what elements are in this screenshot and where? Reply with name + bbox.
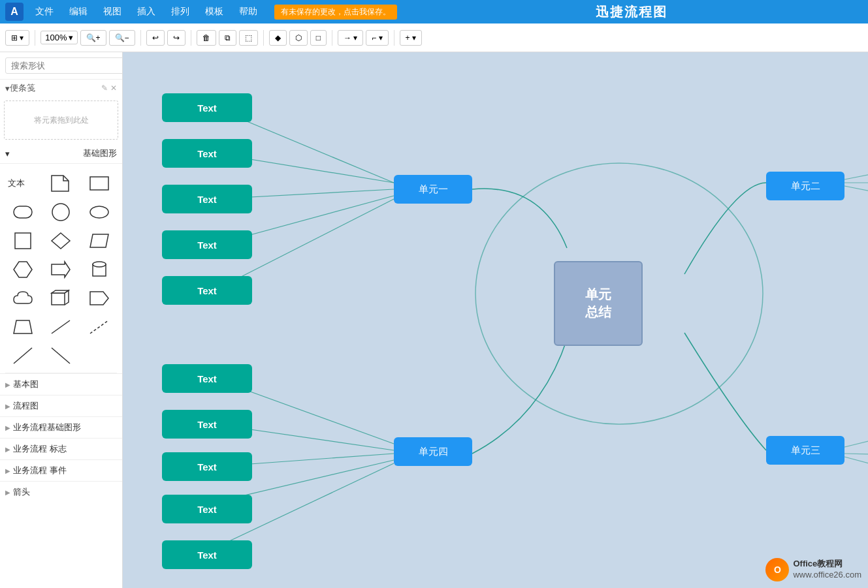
- text-node-4[interactable]: Text: [162, 230, 252, 259]
- menu-file[interactable]: 文件: [29, 3, 60, 20]
- sidebar: 🔍 ▾ 便条笺 ✎ ✕ 将元素拖到此处 ▾ 基础图形 文本: [0, 52, 123, 588]
- shape-page[interactable]: [43, 170, 78, 196]
- main-area: 🔍 ▾ 便条笺 ✎ ✕ 将元素拖到此处 ▾ 基础图形 文本: [0, 52, 868, 588]
- shape-diagonal-line-2[interactable]: [43, 343, 78, 369]
- shape-dashed-line[interactable]: [82, 314, 117, 340]
- svg-line-16: [52, 320, 70, 333]
- menu-edit[interactable]: 编辑: [63, 3, 94, 20]
- watermark-line1: Office教程网: [793, 559, 861, 570]
- shape-rectangle[interactable]: [82, 170, 117, 196]
- shape-line[interactable]: [43, 314, 78, 340]
- copy-button-1[interactable]: ⧉: [219, 30, 236, 46]
- svg-line-33: [844, 186, 868, 215]
- text-node-6[interactable]: Text: [162, 364, 252, 393]
- toolbar-separator-6: [394, 30, 394, 46]
- text-node-1[interactable]: Text: [162, 93, 252, 122]
- menu-help[interactable]: 帮助: [233, 3, 264, 20]
- toolbar-separator-4: [263, 30, 264, 46]
- svg-marker-8: [14, 262, 32, 277]
- nav-biz-basic[interactable]: ▶ 业务流程基础图形: [0, 416, 122, 438]
- text-node-2[interactable]: Text: [162, 139, 252, 168]
- toolbar-separator-5: [332, 30, 332, 46]
- toolbar-separator-3: [191, 30, 191, 46]
- search-input[interactable]: [5, 57, 123, 74]
- shape-pentagon[interactable]: [82, 285, 117, 311]
- undo-button[interactable]: ↩: [146, 30, 165, 46]
- fill-button[interactable]: ◆: [269, 30, 287, 46]
- svg-rect-12: [52, 293, 65, 305]
- shape-rounded-rect[interactable]: [5, 199, 40, 225]
- diagram-canvas[interactable]: Text Text Text Text Text Text Text Text …: [123, 52, 868, 588]
- text-node-5[interactable]: Text: [162, 276, 252, 305]
- svg-point-3: [52, 204, 69, 221]
- unit-3-node[interactable]: 单元三: [766, 436, 844, 465]
- shape-diagonal-line[interactable]: [5, 343, 40, 369]
- menu-arrange[interactable]: 排列: [165, 3, 196, 20]
- shape-cloud[interactable]: [5, 285, 40, 311]
- shape-trapezoid[interactable]: [5, 314, 40, 340]
- nav-flowchart[interactable]: ▶ 流程图: [0, 395, 122, 416]
- text-node-9[interactable]: Text: [162, 495, 252, 523]
- menu-insert[interactable]: 插入: [131, 3, 162, 20]
- sticky-edit-icon: ✎: [101, 84, 108, 93]
- shape-text[interactable]: 文本: [5, 170, 40, 196]
- nav-arrow-icon-4: ▶: [5, 446, 10, 453]
- shape-section: 文本: [0, 164, 122, 373]
- nav-flowchart-label: 流程图: [13, 400, 39, 412]
- text-node-10[interactable]: Text: [162, 540, 252, 569]
- text-node-7[interactable]: Text: [162, 410, 252, 439]
- add-button[interactable]: + ▾: [400, 30, 422, 46]
- redo-button[interactable]: ↪: [167, 30, 185, 46]
- sticky-close-icon[interactable]: ✕: [110, 84, 117, 93]
- nav-biz-event[interactable]: ▶ 业务流程 事件: [0, 459, 122, 481]
- delete-button[interactable]: 🗑: [197, 30, 216, 46]
- zoom-display: 100%▾: [40, 31, 77, 44]
- unsaved-badge[interactable]: 有未保存的更改，点击我保存。: [274, 5, 397, 20]
- shape-arrow-right[interactable]: [43, 256, 78, 283]
- svg-line-18: [14, 348, 32, 364]
- svg-point-11: [93, 262, 106, 267]
- shape-cylinder[interactable]: [82, 256, 117, 283]
- text-node-8[interactable]: Text: [162, 452, 252, 481]
- sticky-placeholder-text: 将元素拖到此处: [34, 115, 89, 126]
- svg-rect-2: [14, 206, 32, 218]
- nav-basic[interactable]: ▶ 基本图: [0, 373, 122, 395]
- arrow-button-2[interactable]: ⌐ ▾: [366, 30, 388, 46]
- shape-parallelogram[interactable]: [82, 228, 117, 254]
- shape-button[interactable]: □: [310, 30, 327, 46]
- sticky-section-header[interactable]: ▾ 便条笺 ✎ ✕: [0, 80, 122, 97]
- svg-marker-7: [90, 234, 108, 247]
- zoom-out-button[interactable]: 🔍−: [109, 30, 135, 46]
- svg-marker-14: [90, 292, 108, 305]
- shape-hexagon[interactable]: [5, 256, 40, 283]
- app-title: 迅捷流程图: [400, 3, 863, 21]
- sticky-drop-area: 将元素拖到此处: [4, 101, 118, 140]
- shape-diamond[interactable]: [43, 228, 78, 254]
- nav-arrow-icon-2: ▶: [5, 403, 10, 410]
- text-node-3[interactable]: Text: [162, 185, 252, 213]
- view-toggle-button[interactable]: ⊞ ▾: [5, 30, 29, 46]
- arrow-button-1[interactable]: → ▾: [338, 30, 363, 46]
- nav-arrow[interactable]: ▶ 箭头: [0, 481, 122, 503]
- svg-line-36: [844, 457, 868, 496]
- copy-button-2[interactable]: ⬚: [239, 30, 258, 46]
- unit-4-node[interactable]: 单元四: [394, 437, 472, 466]
- center-node[interactable]: 单元总结: [554, 261, 643, 346]
- nav-biz-mark-label: 业务流程 标志: [13, 443, 67, 455]
- unit-2-node[interactable]: 单元二: [766, 172, 844, 200]
- nav-arrow-icon: ▶: [5, 381, 10, 388]
- shape-square[interactable]: [5, 228, 40, 254]
- shape-circle[interactable]: [43, 199, 78, 225]
- menu-view[interactable]: 视图: [97, 3, 128, 20]
- zoom-in-button[interactable]: 🔍+: [80, 30, 106, 46]
- nav-biz-mark[interactable]: ▶ 业务流程 标志: [0, 438, 122, 459]
- shape-3dbox[interactable]: [43, 285, 78, 311]
- nav-basic-label: 基本图: [13, 379, 39, 390]
- unit-1-node[interactable]: 单元一: [394, 175, 472, 204]
- shape-ellipse[interactable]: [82, 199, 117, 225]
- watermark-line2: www.office26.com: [793, 570, 861, 581]
- basic-shapes-header[interactable]: ▾ 基础图形: [0, 144, 122, 164]
- border-button[interactable]: ⬡: [289, 30, 308, 46]
- svg-line-35: [844, 454, 868, 457]
- menu-template[interactable]: 模板: [199, 3, 230, 20]
